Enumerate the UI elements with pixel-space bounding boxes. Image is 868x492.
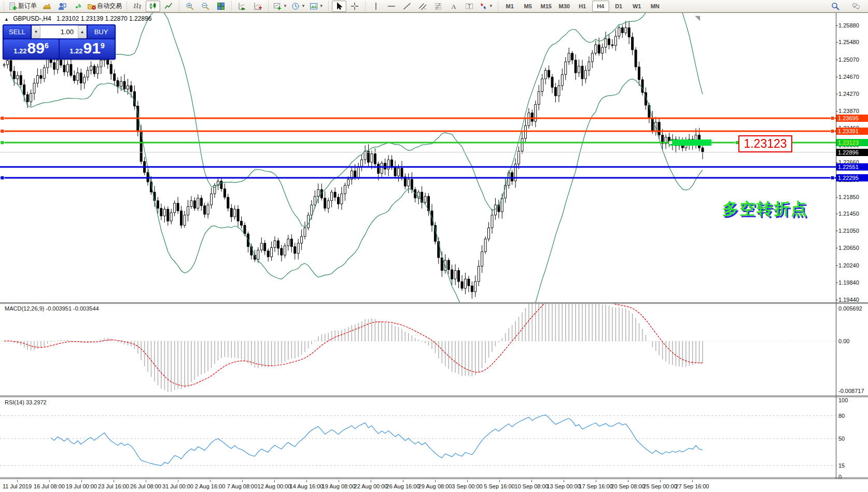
candlestick-chart-button[interactable] [146, 1, 160, 12]
market-watch-button[interactable] [39, 1, 54, 12]
time-axis-label: 12 Aug 00:00 [258, 483, 291, 489]
crosshair-button[interactable] [347, 1, 362, 12]
tf-m1-button[interactable]: M1 [501, 1, 519, 12]
hline-handle[interactable] [1, 117, 4, 120]
time-axis-label: 29 Aug 08:00 [418, 483, 452, 489]
time-axis-label: 19 Aug 08:00 [322, 483, 356, 489]
price-badge-1.22896: 1.22896 [836, 149, 868, 156]
new-order-label: 新订单 [18, 2, 37, 10]
rsi-panel-plot [0, 400, 868, 478]
rsi-label: RSI(14) 33.2972 [5, 399, 47, 405]
pivot-note-text[interactable]: 多空转折点 [722, 198, 808, 220]
bollinger-lower-band [11, 74, 703, 303]
channel-icon [418, 2, 427, 10]
new-chart-button[interactable]: ▼ [272, 1, 289, 12]
toolbar-grip [267, 2, 270, 11]
bar-chart-button[interactable] [130, 1, 145, 12]
signals-button[interactable] [71, 1, 85, 12]
fibonacci-icon [434, 2, 442, 10]
tf-m30-button[interactable]: M30 [556, 1, 573, 12]
hline-handle[interactable] [831, 117, 834, 120]
text-label-button[interactable]: T [462, 1, 477, 12]
price-callout-box[interactable]: 1.23123 [738, 135, 792, 152]
hline-handle[interactable] [831, 176, 834, 180]
sell-price-display[interactable]: 1.22 89 6 [4, 39, 59, 59]
chat-button[interactable] [849, 1, 863, 12]
chart-ohlc-values: 1.23102 1.23139 1.22870 1.22896 [57, 15, 152, 22]
hline-handle[interactable] [1, 176, 4, 180]
text-button[interactable]: A [446, 1, 461, 12]
accounts-button[interactable] [55, 1, 69, 12]
chart-shift-button[interactable] [250, 1, 265, 12]
tile-windows-button[interactable] [214, 1, 228, 12]
text-icon: A [450, 2, 458, 10]
time-axis-label: 25 Sep 00:00 [643, 483, 677, 489]
tf-d1-button[interactable]: D1 [610, 1, 627, 12]
templates-dropdown-icon[interactable]: ▼ [319, 4, 324, 8]
templates-button[interactable]: ▼ [308, 1, 325, 12]
main-chart-plot[interactable] [0, 13, 868, 303]
toolbar-grip [327, 2, 330, 11]
collapse-icon[interactable]: ▲ [4, 17, 9, 22]
tf-m1-label: M1 [506, 3, 514, 9]
volume-input[interactable] [40, 25, 78, 38]
tf-m5-button[interactable]: M5 [520, 1, 537, 12]
time-axis-label: 23 Jul 16:00 [98, 483, 129, 489]
macd-label: MACD(12,26,9) -0.003951 -0.003544 [5, 305, 99, 312]
time-axis-label: 20 Sep 08:00 [611, 483, 645, 489]
profiles-dropdown-icon[interactable]: ▼ [301, 4, 305, 8]
time-axis-label: 5 Sep 16:00 [484, 483, 514, 489]
volume-increase-button[interactable]: ▲ [78, 25, 87, 38]
toolbar-grip [125, 2, 128, 11]
horizontal-line-button[interactable] [384, 1, 399, 12]
tf-w1-button[interactable]: W1 [628, 1, 646, 12]
volume-decrease-button[interactable]: ▼ [32, 25, 40, 38]
autotrading-button[interactable]: 自动交易 [86, 1, 123, 12]
vertical-line-button[interactable] [369, 1, 383, 12]
buy-button[interactable]: BUY [88, 25, 115, 38]
profiles-button[interactable]: ▼ [290, 1, 307, 12]
new-order-icon [9, 2, 17, 10]
bar-chart-icon [133, 2, 142, 10]
channel-button[interactable] [415, 1, 430, 12]
trendline-button[interactable] [400, 1, 414, 12]
hline-handle[interactable] [1, 130, 4, 133]
trendline-icon [403, 2, 411, 10]
price-badge-1.23695: 1.23695 [836, 115, 868, 122]
hline-handle[interactable] [1, 141, 4, 145]
bar-handle[interactable] [669, 141, 673, 145]
arrows-dropdown-icon[interactable]: ▼ [489, 4, 493, 8]
tf-h4-button[interactable]: H4 [592, 1, 609, 12]
tf-d1-label: D1 [615, 3, 622, 9]
zoom-in-button[interactable] [183, 1, 197, 12]
line-chart-button[interactable] [161, 1, 176, 12]
arrows-button[interactable]: ▼ [478, 1, 495, 12]
tf-h1-button[interactable]: H1 [574, 1, 591, 12]
pivot-highlight-bar[interactable] [670, 139, 711, 146]
zoom-out-button[interactable] [198, 1, 213, 12]
auto-scroll-button[interactable] [235, 1, 249, 12]
tf-m15-label: M15 [540, 3, 551, 9]
cursor-button[interactable] [332, 1, 346, 12]
buy-price-display[interactable]: 1.22 91 9 [60, 39, 115, 59]
tile-windows-icon [217, 2, 225, 10]
toolbar-grip [230, 2, 233, 11]
tf-mn-button[interactable]: MN [647, 1, 664, 12]
sell-button[interactable]: SELL [4, 25, 31, 38]
time-axis-label: 2 Aug 16:00 [195, 483, 226, 489]
candlestick-chart-icon [149, 2, 157, 10]
search-button[interactable] [828, 1, 843, 12]
new-chart-dropdown-icon[interactable]: ▼ [283, 4, 287, 8]
accounts-icon [58, 2, 66, 10]
tf-m15-button[interactable]: M15 [538, 1, 555, 12]
toolbar-grip [3, 2, 5, 11]
fibonacci-button[interactable] [431, 1, 445, 12]
new-order-button[interactable]: 新订单 [7, 1, 38, 12]
crosshair-icon [351, 2, 359, 10]
price-badge-1.23391: 1.23391 [836, 128, 868, 135]
chart-symbol-period: GBPUSD-,H4 [13, 15, 51, 22]
arrows-icon [479, 2, 487, 10]
time-axis-label: 10 Sep 08:00 [514, 483, 548, 489]
tf-m30-label: M30 [558, 3, 569, 9]
hline-handle[interactable] [831, 130, 834, 133]
